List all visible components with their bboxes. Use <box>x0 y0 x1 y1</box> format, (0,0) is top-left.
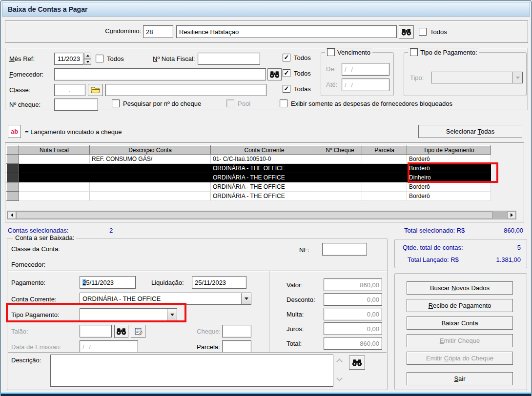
total-input: 860,00 <box>324 337 382 350</box>
talao-form-icon <box>134 327 143 336</box>
parcela-input[interactable] <box>222 340 251 353</box>
selecionar-todas-button[interactable]: Selecionar Todas <box>418 125 522 138</box>
ab-legend-box: ab <box>8 125 21 138</box>
talao-search-button[interactable] <box>114 325 128 338</box>
pagamento-date-input[interactable]: 25/11/2023 <box>80 276 136 289</box>
total-selecionado-value: 860,00 <box>479 227 523 234</box>
talao-label: Talão: <box>11 328 28 335</box>
talao-input <box>80 325 112 337</box>
tipo-pagamento-checkbox[interactable] <box>410 48 418 56</box>
nota-fiscal-todos-checkbox[interactable] <box>283 54 290 61</box>
data-emissao-input: / / <box>80 340 138 353</box>
liquidacao-date-input[interactable]: 25/11/2023 <box>192 276 246 289</box>
buscar-novos-dados-button[interactable]: Buscar Novos Dados <box>407 281 513 295</box>
chevron-up-icon[interactable] <box>336 358 343 365</box>
window-title: Baixa de Contas a Pagar <box>8 5 87 13</box>
vencimento-de-input[interactable]: / / <box>342 63 389 76</box>
col-parcela[interactable]: Parcela <box>362 146 407 155</box>
exibir-bloqueados-checkbox[interactable] <box>280 99 287 107</box>
title-bar[interactable]: Baixa de Contas a Pagar <box>2 2 530 17</box>
condominio-code-input[interactable]: 28 <box>143 25 173 38</box>
vencimento-checkbox[interactable] <box>327 48 335 56</box>
classe-name-input[interactable] <box>105 84 266 96</box>
col-nota-fiscal[interactable]: Nota Fiscal <box>19 146 90 155</box>
col-descricao-conta[interactable]: Descrição Conta <box>90 146 211 155</box>
chevron-down-icon[interactable] <box>336 375 343 381</box>
total-label: Total: <box>286 340 302 347</box>
row-selector[interactable] <box>7 192 19 201</box>
dropdown-arrow-icon[interactable] <box>241 293 251 304</box>
emitir-cheque-button: Emitir Cheque <box>407 334 513 347</box>
tipo-pagamento-group-label: Tipo de Pagamento: <box>420 49 477 56</box>
accounts-table[interactable]: Nota Fiscal Descrição Conta Conta Corren… <box>6 145 491 201</box>
tipo-pagamento-select[interactable] <box>80 308 177 321</box>
pesquisar-cheque-checkbox[interactable] <box>112 99 120 107</box>
dropdown-arrow-icon[interactable] <box>167 309 177 320</box>
vencimento-group: Vencimento De: / / Até: / / <box>321 52 394 96</box>
classe-code-input[interactable]: . <box>54 84 85 96</box>
window-bottom-border <box>1 392 531 396</box>
row-selector[interactable] <box>7 164 19 173</box>
descricao-search-button[interactable] <box>349 356 365 370</box>
fornecedor-todos-checkbox[interactable] <box>283 69 290 77</box>
spinner-up-icon[interactable] <box>84 53 91 59</box>
row-selector-header <box>7 146 19 155</box>
table-row[interactable]: ORDINÁRIA - THE OFFICE Dinheiro <box>7 173 491 182</box>
tipo-pagamento-group: Tipo de Pagamento: Tipo: <box>404 52 527 96</box>
total-selecionado-label: Total selecionado: R$ <box>404 227 465 234</box>
row-selector[interactable] <box>7 173 19 182</box>
binoculars-icon <box>352 359 362 366</box>
horizontal-scrollbar[interactable] <box>7 211 516 219</box>
col-n-cheque[interactable]: Nº Cheque <box>318 146 362 155</box>
row-selector[interactable] <box>7 182 19 192</box>
mes-ref-todos-checkbox[interactable] <box>96 55 103 62</box>
conta-baixada-group: Conta a ser Baixada: Classe da Conta: NF… <box>7 238 388 390</box>
nota-fiscal-label: Nº Nota Fiscal: <box>153 55 195 62</box>
table-row[interactable]: ORDINÁRIA - THE OFFICE Borderô <box>7 164 491 173</box>
col-tipo-pagamento[interactable]: Tipo de Pagamento <box>407 146 491 155</box>
vencimento-ate-label: Até: <box>326 81 337 88</box>
mes-ref-label: Mês Ref: <box>9 55 35 62</box>
condominio-todos-checkbox[interactable] <box>419 28 427 36</box>
condominio-name-input[interactable]: Resilience Habitação <box>176 25 397 38</box>
condominio-search-button[interactable] <box>399 25 414 39</box>
col-conta-corrente[interactable]: Conta Corrente <box>211 146 318 155</box>
sair-button[interactable]: Sair <box>407 372 513 385</box>
pesquisar-cheque-label: Pesquisar por nº do cheque <box>123 100 201 107</box>
fornecedor-todos-label: Todos <box>294 70 311 77</box>
vencimento-ate-input[interactable]: / / <box>342 79 389 91</box>
table-row[interactable]: REF. CONSUMO GÁS/ 01- C/C-Itaú.100510-0 … <box>7 155 491 164</box>
classe-folder-button[interactable] <box>88 84 103 96</box>
scroll-right-icon[interactable] <box>507 211 516 219</box>
total-lancado-value: 1.381,00 <box>496 256 521 263</box>
binoculars-icon <box>269 71 280 78</box>
fornecedor-input[interactable] <box>54 68 266 80</box>
conta-corrente-select[interactable]: ORDINÁRIA - THE OFFICE <box>80 293 251 305</box>
baixar-conta-button[interactable]: Baixar Conta <box>407 317 513 330</box>
fornecedor-baixada-label: Fornecedor: <box>11 261 45 268</box>
descricao-textarea[interactable] <box>50 355 333 387</box>
talao-details-button[interactable] <box>131 325 145 338</box>
recibo-pagamento-button[interactable]: Recibo de Pagamento <box>407 299 513 312</box>
fornecedor-search-button[interactable] <box>267 68 282 80</box>
n-cheque-input[interactable] <box>54 99 98 111</box>
row-selector[interactable] <box>7 155 19 164</box>
selected-char: 2 <box>82 279 86 286</box>
pool-checkbox <box>226 99 234 107</box>
scroll-left-icon[interactable] <box>7 211 16 219</box>
mes-ref-input[interactable]: 11/2023 <box>54 53 83 65</box>
spinner-down-icon[interactable] <box>84 59 91 65</box>
contas-selecionadas-label: Contas selecionadas: <box>8 227 68 234</box>
condominio-label: Condomínio: <box>79 27 141 35</box>
valor-label: Valor: <box>286 281 303 289</box>
table-row[interactable]: ORDINÁRIA - THE OFFICE Borderô <box>7 192 491 201</box>
total-lancado-label: Total Lançado: R$ <box>408 256 459 263</box>
table-row[interactable]: ORDINÁRIA - THE OFFICE Borderô <box>7 182 491 192</box>
condominio-panel: Condomínio: 28 Resilience Habitação Todo… <box>5 20 528 43</box>
nota-fiscal-input[interactable] <box>198 53 260 65</box>
classe-todas-checkbox[interactable] <box>283 85 290 93</box>
pagamento-label: Pagamento: <box>11 279 45 286</box>
mes-ref-spinner[interactable] <box>84 53 91 65</box>
scrollbar-thumb[interactable] <box>16 211 492 219</box>
nf-input[interactable] <box>322 243 367 256</box>
